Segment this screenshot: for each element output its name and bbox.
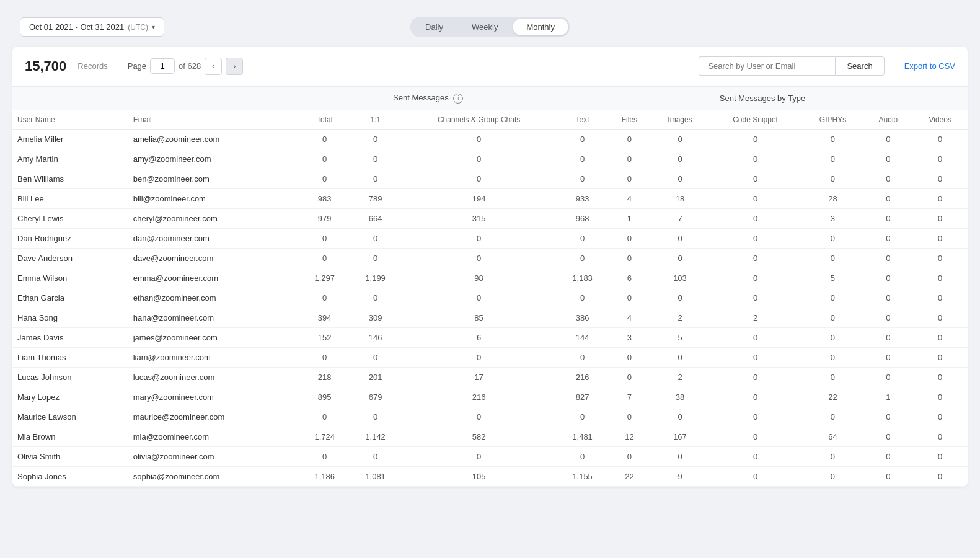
main-content: 15,700 Records Page of 628 ‹ › Search Ex… [12,46,968,487]
table-row: Bill Leebill@zoomineer.com98378919493341… [12,188,968,208]
table-row: Ethan Garciaethan@zoomineer.com000000000… [12,288,968,308]
col-total: Total [299,110,350,129]
col-username: User Name [12,110,128,129]
date-range-text: Oct 01 2021 - Oct 31 2021 [29,22,124,32]
search-area: Search [699,56,884,76]
info-icon: i [453,94,463,104]
period-weekly[interactable]: Weekly [458,19,511,35]
records-count: 15,700 [25,58,66,74]
page-of: of 628 [179,61,201,71]
page-next-button[interactable]: › [226,58,243,75]
table-row: Emma Wilsonemma@zoomineer.com1,2971,1999… [12,268,968,288]
col-giphys: GIPHYs [801,110,863,129]
col-files: Files [608,110,651,129]
table-row: Maurice Lawsonmaurice@zoomineer.com00000… [12,407,968,427]
table-row: Dan Rodriguezdan@zoomineer.com0000000000 [12,228,968,248]
records-label: Records [77,61,107,71]
table-body: Amelia Milleramelia@zoomineer.com0000000… [12,129,968,486]
table-row: Sophia Jonessophia@zoomineer.com1,1861,0… [12,466,968,486]
col-code-snippet: Code Snippet [709,110,802,129]
period-monthly[interactable]: Monthly [513,19,568,35]
table-row: Olivia Smitholivia@zoomineer.com00000000… [12,446,968,466]
search-button[interactable]: Search [835,56,884,76]
col-email: Email [128,110,299,129]
date-range-button[interactable]: Oct 01 2021 - Oct 31 2021 (UTC) ▾ [20,17,164,37]
col-videos: Videos [912,110,968,129]
date-range-caret: ▾ [152,24,155,30]
sent-messages-header: Sent Messages i [299,87,557,110]
table-row: Mia Brownmia@zoomineer.com1,7241,1425821… [12,427,968,446]
pagination: Page of 628 ‹ › [128,58,244,75]
period-daily[interactable]: Daily [412,19,457,35]
group-header-row: Sent Messages i Sent Messages by Type [12,87,968,110]
col-audio: Audio [864,110,913,129]
sent-messages-type-header: Sent Messages by Type [557,87,968,110]
table-row: Dave Andersondave@zoomineer.com000000000… [12,248,968,268]
col-11: 1:1 [350,110,401,129]
col-channels: Channels & Group Chats [401,110,557,129]
export-csv-button[interactable]: Export to CSV [904,61,955,71]
page-label: Page [128,61,146,71]
table-row: James Davisjames@zoomineer.com1521466144… [12,327,968,347]
search-input[interactable] [699,56,835,76]
data-table: Sent Messages i Sent Messages by Type Us… [12,86,968,487]
page-prev-button[interactable]: ‹ [205,58,222,75]
table-row: Cheryl Lewischeryl@zoomineer.com97966431… [12,208,968,228]
top-bar: Oct 01 2021 - Oct 31 2021 (UTC) ▾ Daily … [0,0,980,46]
toolbar: 15,700 Records Page of 628 ‹ › Search Ex… [12,46,968,86]
table-row: Liam Thomasliam@zoomineer.com0000000000 [12,347,968,367]
col-text: Text [557,110,608,129]
empty-header [12,87,299,110]
page-input[interactable] [150,58,175,74]
table-row: Lucas Johnsonlucas@zoomineer.com21820117… [12,367,968,387]
table-row: Ben Williamsben@zoomineer.com0000000000 [12,169,968,188]
col-header-row: User Name Email Total 1:1 Channels & Gro… [12,110,968,129]
col-images: Images [651,110,709,129]
table-row: Mary Lopezmary@zoomineer.com895679216827… [12,387,968,407]
table-row: Amy Martinamy@zoomineer.com0000000000 [12,149,968,169]
table-row: Amelia Milleramelia@zoomineer.com0000000… [12,129,968,149]
table-row: Hana Songhana@zoomineer.com3943098538642… [12,308,968,327]
period-toggle: Daily Weekly Monthly [410,17,570,37]
timezone-text: (UTC) [128,23,148,32]
